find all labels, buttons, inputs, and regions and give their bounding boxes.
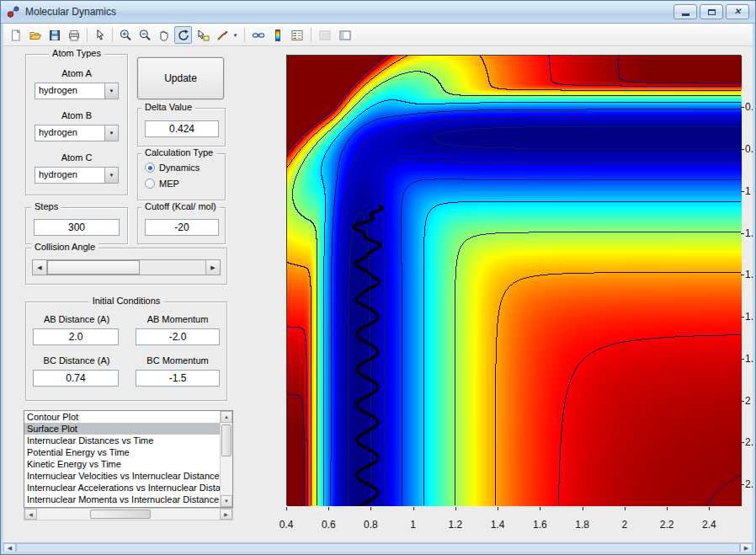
list-item[interactable]: Internuclear Accelerations vs Internucle…: [24, 482, 220, 494]
minimize-button[interactable]: [673, 4, 697, 19]
ab-distance-field[interactable]: 2.0: [33, 328, 119, 345]
chevron-down-icon[interactable]: ▼: [104, 83, 118, 99]
insert-colorbar-button[interactable]: [269, 26, 286, 44]
x-tick-label: 0.4: [280, 519, 294, 531]
bc-momentum-field[interactable]: -1.5: [136, 370, 220, 387]
steps-field[interactable]: 300: [34, 219, 120, 236]
list-item[interactable]: Contour Plot: [24, 411, 220, 423]
x-tick-mark: [328, 507, 329, 510]
rotate-3d-icon: [177, 29, 190, 42]
close-button[interactable]: ✕: [726, 4, 749, 19]
list-item[interactable]: Surface Plot: [24, 423, 220, 435]
cutoff-panel: Cutoff (Kcal/ mol) -20: [137, 207, 226, 244]
atom-c-dropdown[interactable]: hydrogen ▼: [35, 167, 119, 184]
list-item[interactable]: Internuclear Momenta vs Internuclear Dis…: [24, 494, 220, 505]
radio-mep[interactable]: MEP: [145, 179, 179, 189]
ab-momentum-field[interactable]: -2.0: [136, 328, 220, 345]
scroll-right-icon[interactable]: ▶: [220, 509, 232, 520]
pes-contour-canvas[interactable]: [287, 56, 742, 506]
cutoff-field[interactable]: -20: [145, 219, 219, 236]
scrollbar-thumb[interactable]: [221, 424, 232, 456]
x-tick-mark: [498, 507, 498, 510]
pan-button[interactable]: [155, 26, 173, 44]
y-tick-mark: [741, 484, 744, 485]
radio-dynamics[interactable]: Dynamics: [145, 163, 200, 173]
slider-left-arrow-icon[interactable]: ◀: [33, 260, 47, 275]
atom-c-label: Atom C: [61, 152, 93, 163]
rotate-3d-button[interactable]: [174, 26, 192, 44]
listbox-vertical-scrollbar[interactable]: ▲ ▼: [220, 411, 232, 507]
edit-plot-pointer-icon: [93, 29, 107, 42]
scroll-left-icon[interactable]: ◀: [3, 543, 16, 552]
insert-legend-button[interactable]: [288, 26, 306, 44]
list-item[interactable]: Potential Energy vs Time: [24, 446, 220, 458]
save-figure-icon: [48, 29, 61, 42]
delta-value-panel: Delta Value 0.424: [137, 108, 226, 147]
bc-distance-field[interactable]: 0.74: [33, 370, 119, 387]
link-plot-icon: [252, 29, 265, 42]
y-tick-mark: [741, 317, 744, 318]
list-item[interactable]: Internuclear Distances vs Time: [24, 435, 220, 446]
data-cursor-icon: [196, 29, 210, 42]
y-tick-mark: [741, 275, 744, 275]
scrollbar-thumb[interactable]: [90, 510, 151, 519]
window-title: Molecular Dynamics: [25, 6, 116, 18]
edit-plot-button[interactable]: [91, 26, 109, 44]
brush-caret-button[interactable]: ▼: [231, 26, 240, 44]
listbox-horizontal-scrollbar[interactable]: ◀ ▶: [24, 508, 233, 520]
ab-momentum-label: AB Momentum: [147, 314, 209, 324]
save-figure-button[interactable]: [45, 26, 63, 44]
data-cursor-button[interactable]: [194, 26, 211, 44]
collision-angle-slider[interactable]: ◀ ▶: [32, 259, 221, 275]
chevron-down-icon[interactable]: ▼: [104, 168, 118, 183]
open-file-button[interactable]: [26, 26, 44, 44]
print-figure-button[interactable]: [65, 26, 83, 44]
hide-plot-tools-icon: [318, 29, 332, 42]
titlebar[interactable]: Molecular Dynamics ✕: [0, 0, 756, 24]
print-figure-icon: [67, 29, 81, 42]
list-item[interactable]: Internuclear Velocities vs Internuclear …: [24, 470, 220, 482]
zoom-out-button[interactable]: [136, 26, 153, 44]
brush-data-button[interactable]: [213, 26, 231, 44]
window-horizontal-scrollbar[interactable]: ◀ ▶: [3, 542, 753, 553]
hide-plot-tools-button[interactable]: [316, 26, 333, 44]
delta-value-field[interactable]: 0.424: [145, 120, 219, 137]
y-tick-label: 2.2: [745, 436, 756, 448]
close-icon: ✕: [734, 8, 741, 16]
x-tick-mark: [455, 507, 456, 510]
scrollbar-thumb[interactable]: [16, 543, 740, 552]
chevron-down-icon[interactable]: ▼: [104, 125, 118, 141]
scroll-left-icon[interactable]: ◀: [24, 509, 37, 520]
radio-dynamics-label: Dynamics: [159, 163, 200, 173]
x-tick-mark: [370, 507, 371, 510]
list-item[interactable]: Kinetic Energy vs Time: [24, 458, 220, 470]
bc-momentum-label: BC Momentum: [146, 355, 208, 366]
radio-mep-label: MEP: [159, 179, 179, 189]
update-button[interactable]: Update: [137, 57, 224, 99]
atom-b-dropdown[interactable]: hydrogen ▼: [35, 125, 119, 141]
y-tick-mark: [741, 359, 744, 360]
atom-a-dropdown[interactable]: hydrogen ▼: [35, 83, 119, 99]
radio-dynamics-icon[interactable]: [145, 163, 155, 173]
maximize-button[interactable]: [700, 4, 723, 19]
zoom-in-button[interactable]: [116, 26, 134, 44]
pes-plot-area[interactable]: [286, 55, 741, 505]
scroll-up-icon[interactable]: ▲: [221, 411, 232, 423]
y-tick-mark: [741, 233, 744, 234]
x-tick-mark: [625, 507, 626, 510]
collision-angle-panel: Collision Angle ◀ ▶: [25, 248, 227, 285]
link-plot-button[interactable]: [249, 26, 267, 44]
atom-b-value: hydrogen: [39, 127, 77, 137]
radio-mep-icon[interactable]: [145, 179, 155, 189]
show-plot-tools-button[interactable]: [336, 26, 354, 44]
slider-thumb[interactable]: [47, 260, 140, 275]
slider-right-arrow-icon[interactable]: ▶: [205, 260, 220, 275]
plot-type-items: Contour PlotSurface PlotInternuclear Dis…: [24, 411, 220, 507]
insert-legend-icon: [290, 29, 304, 42]
app-icon: [7, 5, 20, 19]
plot-type-listbox[interactable]: Contour PlotSurface PlotInternuclear Dis…: [24, 410, 233, 508]
x-tick-mark: [667, 507, 668, 510]
scroll-down-icon[interactable]: ▼: [221, 495, 232, 507]
new-figure-button[interactable]: [7, 26, 24, 44]
scroll-right-icon[interactable]: ▶: [740, 543, 753, 552]
